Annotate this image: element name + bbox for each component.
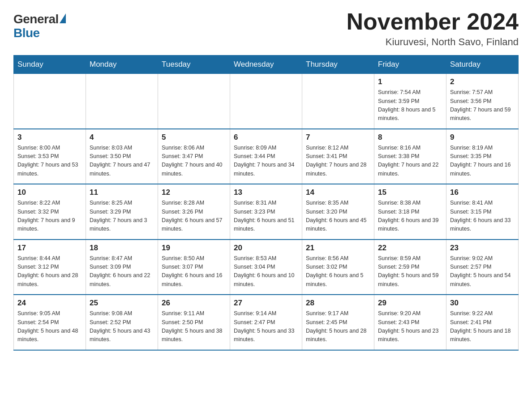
calendar-cell: 12Sunrise: 8:28 AMSunset: 3:26 PMDayligh… [158, 184, 230, 240]
day-info: Sunrise: 8:22 AMSunset: 3:32 PMDaylight:… [17, 199, 82, 234]
calendar-table: SundayMondayTuesdayWednesdayThursdayFrid… [13, 55, 519, 351]
day-number: 25 [90, 299, 154, 308]
day-number: 28 [306, 299, 370, 308]
day-info: Sunrise: 8:03 AMSunset: 3:50 PMDaylight:… [90, 144, 154, 179]
day-number: 4 [90, 133, 154, 142]
day-number: 13 [234, 188, 298, 197]
day-number: 26 [162, 299, 226, 308]
day-info: Sunrise: 9:11 AMSunset: 2:50 PMDaylight:… [162, 309, 226, 344]
day-info: Sunrise: 8:31 AMSunset: 3:23 PMDaylight:… [234, 199, 298, 234]
calendar-cell: 15Sunrise: 8:38 AMSunset: 3:18 PMDayligh… [374, 184, 446, 240]
day-info: Sunrise: 9:05 AMSunset: 2:54 PMDaylight:… [17, 309, 82, 344]
calendar-cell [302, 74, 374, 129]
calendar-cell: 23Sunrise: 9:02 AMSunset: 2:57 PMDayligh… [446, 240, 519, 295]
day-header-tuesday: Tuesday [158, 56, 230, 74]
day-number: 16 [450, 188, 515, 197]
calendar-cell: 3Sunrise: 8:00 AMSunset: 3:53 PMDaylight… [14, 129, 86, 184]
day-number: 8 [378, 133, 442, 142]
day-info: Sunrise: 8:56 AMSunset: 3:02 PMDaylight:… [306, 254, 370, 289]
calendar-cell: 27Sunrise: 9:14 AMSunset: 2:47 PMDayligh… [230, 295, 302, 350]
day-number: 23 [450, 244, 515, 253]
day-info: Sunrise: 9:20 AMSunset: 2:43 PMDaylight:… [378, 309, 442, 344]
day-number: 30 [450, 299, 515, 308]
day-number: 22 [378, 244, 442, 253]
day-info: Sunrise: 9:17 AMSunset: 2:45 PMDaylight:… [306, 309, 370, 344]
calendar-cell: 9Sunrise: 8:19 AMSunset: 3:35 PMDaylight… [446, 129, 519, 184]
calendar-week-2: 3Sunrise: 8:00 AMSunset: 3:53 PMDaylight… [14, 129, 519, 184]
day-number: 20 [234, 244, 298, 253]
calendar-cell: 13Sunrise: 8:31 AMSunset: 3:23 PMDayligh… [230, 184, 302, 240]
day-number: 6 [234, 133, 298, 142]
calendar-cell: 28Sunrise: 9:17 AMSunset: 2:45 PMDayligh… [302, 295, 374, 350]
day-info: Sunrise: 8:25 AMSunset: 3:29 PMDaylight:… [90, 199, 154, 234]
day-number: 1 [378, 77, 442, 86]
day-info: Sunrise: 8:59 AMSunset: 2:59 PMDaylight:… [378, 254, 442, 289]
day-number: 2 [450, 77, 515, 86]
day-info: Sunrise: 8:47 AMSunset: 3:09 PMDaylight:… [90, 254, 154, 289]
logo-general-text: General [13, 13, 59, 26]
page-header: General Blue November 2024 Kiuruvesi, No… [13, 9, 519, 48]
day-number: 21 [306, 244, 370, 253]
calendar-cell: 29Sunrise: 9:20 AMSunset: 2:43 PMDayligh… [374, 295, 446, 350]
day-number: 12 [162, 188, 226, 197]
calendar-cell: 6Sunrise: 8:09 AMSunset: 3:44 PMDaylight… [230, 129, 302, 184]
day-info: Sunrise: 8:19 AMSunset: 3:35 PMDaylight:… [450, 144, 515, 179]
day-number: 15 [378, 188, 442, 197]
day-info: Sunrise: 7:57 AMSunset: 3:56 PMDaylight:… [450, 88, 515, 123]
day-info: Sunrise: 8:06 AMSunset: 3:47 PMDaylight:… [162, 144, 226, 179]
day-number: 29 [378, 299, 442, 308]
calendar-cell: 5Sunrise: 8:06 AMSunset: 3:47 PMDaylight… [158, 129, 230, 184]
calendar-week-5: 24Sunrise: 9:05 AMSunset: 2:54 PMDayligh… [14, 295, 519, 350]
day-header-friday: Friday [374, 56, 446, 74]
calendar-week-1: 1Sunrise: 7:54 AMSunset: 3:59 PMDaylight… [14, 74, 519, 129]
day-number: 7 [306, 133, 370, 142]
day-header-saturday: Saturday [446, 56, 519, 74]
day-info: Sunrise: 9:22 AMSunset: 2:41 PMDaylight:… [450, 309, 515, 344]
calendar-cell: 20Sunrise: 8:53 AMSunset: 3:04 PMDayligh… [230, 240, 302, 295]
day-info: Sunrise: 8:16 AMSunset: 3:38 PMDaylight:… [378, 144, 442, 179]
calendar-week-4: 17Sunrise: 8:44 AMSunset: 3:12 PMDayligh… [14, 240, 519, 295]
day-info: Sunrise: 8:12 AMSunset: 3:41 PMDaylight:… [306, 144, 370, 179]
calendar-cell: 25Sunrise: 9:08 AMSunset: 2:52 PMDayligh… [86, 295, 158, 350]
calendar-cell: 4Sunrise: 8:03 AMSunset: 3:50 PMDaylight… [86, 129, 158, 184]
logo: General Blue [13, 13, 66, 40]
day-info: Sunrise: 7:54 AMSunset: 3:59 PMDaylight:… [378, 88, 442, 123]
logo-blue-text: Blue [13, 26, 66, 40]
day-info: Sunrise: 9:02 AMSunset: 2:57 PMDaylight:… [450, 254, 515, 289]
calendar-cell: 30Sunrise: 9:22 AMSunset: 2:41 PMDayligh… [446, 295, 519, 350]
day-info: Sunrise: 9:08 AMSunset: 2:52 PMDaylight:… [90, 309, 154, 344]
day-number: 5 [162, 133, 226, 142]
calendar-cell: 21Sunrise: 8:56 AMSunset: 3:02 PMDayligh… [302, 240, 374, 295]
calendar-cell: 19Sunrise: 8:50 AMSunset: 3:07 PMDayligh… [158, 240, 230, 295]
calendar-cell [86, 74, 158, 129]
day-header-monday: Monday [86, 56, 158, 74]
day-header-wednesday: Wednesday [230, 56, 302, 74]
day-header-thursday: Thursday [302, 56, 374, 74]
calendar-cell: 17Sunrise: 8:44 AMSunset: 3:12 PMDayligh… [14, 240, 86, 295]
calendar-title: November 2024 [347, 9, 519, 34]
calendar-header-row: SundayMondayTuesdayWednesdayThursdayFrid… [14, 56, 519, 74]
calendar-cell: 10Sunrise: 8:22 AMSunset: 3:32 PMDayligh… [14, 184, 86, 240]
calendar-cell: 11Sunrise: 8:25 AMSunset: 3:29 PMDayligh… [86, 184, 158, 240]
day-info: Sunrise: 8:09 AMSunset: 3:44 PMDaylight:… [234, 144, 298, 179]
day-number: 11 [90, 188, 154, 197]
day-number: 3 [17, 133, 82, 142]
calendar-cell [14, 74, 86, 129]
calendar-cell: 7Sunrise: 8:12 AMSunset: 3:41 PMDaylight… [302, 129, 374, 184]
day-number: 18 [90, 244, 154, 253]
calendar-cell: 8Sunrise: 8:16 AMSunset: 3:38 PMDaylight… [374, 129, 446, 184]
day-info: Sunrise: 8:44 AMSunset: 3:12 PMDaylight:… [17, 254, 82, 289]
day-header-sunday: Sunday [14, 56, 86, 74]
calendar-cell: 22Sunrise: 8:59 AMSunset: 2:59 PMDayligh… [374, 240, 446, 295]
day-number: 9 [450, 133, 515, 142]
day-number: 14 [306, 188, 370, 197]
calendar-week-3: 10Sunrise: 8:22 AMSunset: 3:32 PMDayligh… [14, 184, 519, 240]
calendar-subtitle: Kiuruvesi, North Savo, Finland [347, 36, 519, 48]
day-info: Sunrise: 9:14 AMSunset: 2:47 PMDaylight:… [234, 309, 298, 344]
day-info: Sunrise: 8:00 AMSunset: 3:53 PMDaylight:… [17, 144, 82, 179]
calendar-cell: 24Sunrise: 9:05 AMSunset: 2:54 PMDayligh… [14, 295, 86, 350]
day-info: Sunrise: 8:38 AMSunset: 3:18 PMDaylight:… [378, 199, 442, 234]
logo-triangle-icon [60, 13, 66, 23]
calendar-cell: 18Sunrise: 8:47 AMSunset: 3:09 PMDayligh… [86, 240, 158, 295]
day-info: Sunrise: 8:50 AMSunset: 3:07 PMDaylight:… [162, 254, 226, 289]
